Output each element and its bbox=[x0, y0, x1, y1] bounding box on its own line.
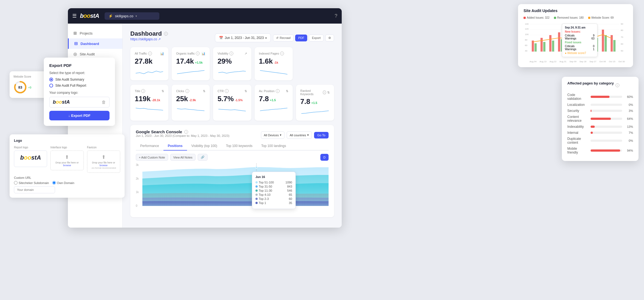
format-hint: .ico format recommended bbox=[91, 167, 117, 169]
ctr-sort-icon[interactable]: ⇅ bbox=[245, 89, 247, 93]
radio-summary[interactable]: Site Audit Summary bbox=[49, 78, 110, 81]
affected-pct-7: 94% bbox=[624, 149, 633, 152]
subdomain-radio[interactable] bbox=[14, 181, 18, 185]
all-traffic-chart-icon: 📊 bbox=[160, 52, 164, 55]
date-picker-button[interactable]: 📅 Jun 1, 2023 - Jun 31, 2023 ▾ bbox=[215, 33, 271, 42]
tab-top100landings[interactable]: Top 100 landings bbox=[257, 142, 291, 151]
title-sort-icon[interactable]: ⇅ bbox=[162, 89, 164, 93]
recrawl-button[interactable]: ↺ Recrawl bbox=[273, 35, 294, 41]
radio-full-circle bbox=[49, 84, 53, 87]
tab-positions[interactable]: Positions bbox=[163, 142, 187, 151]
affected-info-icon[interactable]: i bbox=[616, 83, 619, 87]
dashboard-url[interactable]: https://skillgaps.co ↗ bbox=[130, 37, 168, 41]
dashboard-info-icon[interactable]: i bbox=[164, 32, 168, 36]
countries-select[interactable]: All countries ▾ bbox=[287, 131, 312, 139]
gsc-controls: All Devices ▾ All countries ▾ Go To bbox=[261, 131, 329, 139]
export-type-label: Select the type of report: bbox=[49, 71, 110, 75]
favicon-upload[interactable]: ⬆ Drop your file here or browse .ico for… bbox=[87, 151, 120, 173]
svg-text:70: 70 bbox=[621, 36, 623, 38]
svg-text:80: 80 bbox=[525, 39, 527, 41]
date-range-text: Jun 1, 2023 - Jun 31, 2023 bbox=[225, 36, 264, 40]
visibility-chart-icon: ↗ bbox=[245, 52, 247, 55]
dashboard-header: Dashboard i https://skillgaps.co ↗ 📅 Jun… bbox=[130, 30, 334, 46]
action-buttons: ↺ Recrawl PDF Export ⚙ bbox=[273, 35, 334, 41]
tooltip-dot-3 bbox=[255, 194, 258, 196]
logo-settings-card: Logo Report logo boostA Interface logo ⬆… bbox=[10, 134, 125, 198]
add-custom-note-button[interactable]: + Add Custom Note bbox=[136, 154, 168, 161]
svg-text:50: 50 bbox=[621, 50, 623, 52]
affected-pct-2: 3% bbox=[624, 109, 633, 112]
sidebar-item-dashboard[interactable]: ⊟ Dashboard bbox=[68, 38, 122, 49]
all-traffic-sparkline bbox=[135, 68, 164, 76]
logo-section-label: Your company logo: bbox=[49, 91, 110, 95]
domain-input[interactable] bbox=[14, 186, 55, 193]
menu-icon[interactable]: ☰ bbox=[72, 13, 77, 19]
tooltip-row-4: Top 2-3 60 bbox=[255, 197, 292, 200]
delete-logo-icon[interactable]: 🗑 bbox=[102, 100, 106, 105]
view-all-notes-button[interactable]: View All Notes bbox=[170, 154, 196, 161]
ranked-sort-icon[interactable]: ⇅ bbox=[327, 91, 330, 94]
gsc-date: Jun 1, 2023 - Jun 30, 2023 (Compare to: … bbox=[136, 134, 229, 137]
radio-full[interactable]: Site Audit Full Report bbox=[49, 84, 110, 87]
pdf-button[interactable]: PDF bbox=[295, 35, 307, 41]
export-pdf-button[interactable]: ↓ Export PDF bbox=[49, 111, 110, 120]
avpos-sort-icon[interactable]: ⇅ bbox=[286, 89, 288, 93]
audit-criticals-value: 9 bbox=[593, 34, 594, 37]
browse-link[interactable]: browse bbox=[63, 164, 71, 167]
organic-traffic-value: 17.4k+1.5k bbox=[176, 57, 205, 66]
own-domain-radio-label[interactable]: Own Domain bbox=[52, 181, 74, 185]
affected-rows: Code validation 60% Localization 0% Secu… bbox=[567, 93, 633, 154]
dropdown-arrow[interactable]: ▾ bbox=[136, 15, 137, 18]
affected-row-4: Indexability 13% bbox=[567, 125, 633, 129]
svg-text:90: 90 bbox=[621, 23, 623, 25]
gsc-section: Google Search Console i Jun 1, 2023 - Ju… bbox=[130, 125, 334, 217]
sidebar-item-projects[interactable]: ⊞ Projects bbox=[68, 28, 122, 38]
indexed-info[interactable]: i bbox=[280, 52, 284, 55]
devices-select[interactable]: All Devices ▾ bbox=[261, 131, 284, 139]
audit-fixed-warnings-value: 1 bbox=[593, 48, 594, 51]
radio-summary-circle bbox=[49, 78, 53, 81]
affected-pct-1: 0% bbox=[624, 103, 633, 106]
affected-row-5: Internal 7% bbox=[567, 131, 633, 135]
interface-logo-upload[interactable]: ⬆ Drop your file here or browse bbox=[50, 151, 84, 170]
visibility-info[interactable]: i bbox=[229, 52, 233, 55]
projects-icon: ⊞ bbox=[73, 31, 77, 36]
url-bar[interactable]: ⚡ skillgaps.co ▾ bbox=[105, 12, 159, 20]
tab-top100keywords[interactable]: Top 100 keywords bbox=[222, 142, 257, 151]
own-domain-radio[interactable] bbox=[52, 181, 56, 185]
affected-label-5: Internal bbox=[567, 131, 588, 135]
favicon-browse-link[interactable]: browse bbox=[100, 164, 108, 167]
help-icon[interactable]: ? bbox=[335, 13, 337, 19]
audit-tooltip-fixed: Fixed issues bbox=[565, 41, 594, 44]
affected-label-2: Security bbox=[567, 109, 588, 113]
clicks-sort-icon[interactable]: ⇅ bbox=[203, 89, 205, 93]
chart-area: 3k 2k 1k 0 bbox=[136, 163, 329, 213]
d-button[interactable]: D bbox=[320, 154, 329, 161]
gsc-info-icon[interactable]: i bbox=[184, 130, 188, 134]
affected-pages-title: Affected pages by category bbox=[567, 81, 614, 85]
svg-text:100: 100 bbox=[525, 33, 529, 36]
goto-button[interactable]: Go To bbox=[314, 132, 329, 138]
tab-visibility-top100[interactable]: Visibility (top 100) bbox=[187, 142, 222, 151]
affected-label-0: Code validation bbox=[567, 93, 588, 101]
svg-text:140: 140 bbox=[525, 23, 529, 25]
audit-fixed-warnings-label: Warnings bbox=[565, 48, 576, 51]
gsc-tabs: Performance Positions Visibility (top 10… bbox=[136, 142, 329, 151]
affected-label-6: Duplicate content bbox=[567, 137, 588, 145]
affected-bar-container-3 bbox=[591, 118, 622, 120]
link-icon-button[interactable]: 🔗 bbox=[198, 154, 208, 161]
subdomain-radio-label[interactable]: Sitecheker Subdomain bbox=[14, 181, 49, 185]
affected-label-7: Mobile friendly bbox=[567, 147, 588, 154]
all-traffic-info[interactable]: i bbox=[148, 52, 152, 55]
tab-performance[interactable]: Performance bbox=[136, 142, 163, 151]
tooltip-row-3: Top 4-10 65 bbox=[255, 193, 292, 196]
affected-row-0: Code validation 60% bbox=[567, 93, 633, 101]
export-button[interactable]: Export bbox=[309, 35, 324, 41]
organic-traffic-info[interactable]: i bbox=[196, 52, 200, 55]
svg-rect-37 bbox=[552, 41, 554, 52]
metric-av-position: Av. Position i ⇅ 7.8+1.5 bbox=[255, 85, 293, 121]
svg-rect-36 bbox=[543, 42, 545, 52]
svg-text:80: 80 bbox=[621, 29, 623, 32]
sidebar-label-projects: Projects bbox=[80, 31, 93, 35]
settings-button[interactable]: ⚙ bbox=[325, 35, 334, 41]
